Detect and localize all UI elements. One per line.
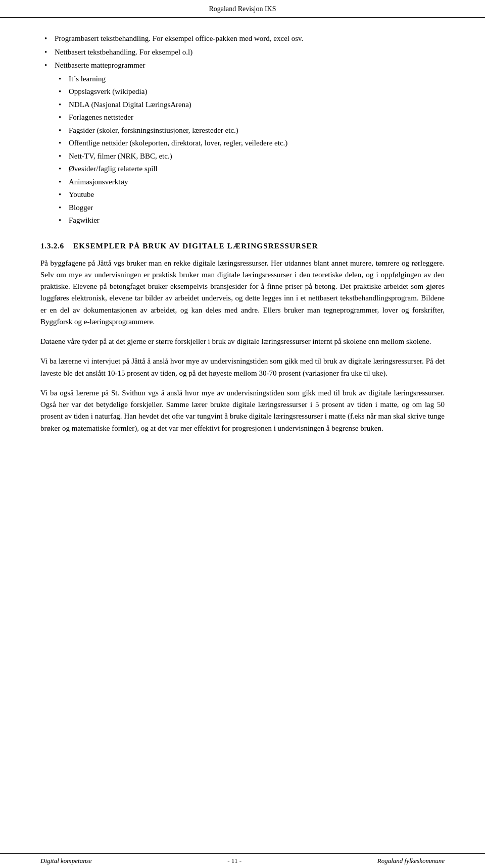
- main-bullet-list: Programbasert tekstbehandling. For eksem…: [40, 33, 445, 226]
- list-item: Nett-TV, filmer (NRK, BBC, etc.): [55, 150, 445, 162]
- section-heading: 1.3.2.6 Eksempler på bruk av digitale læ…: [40, 240, 445, 251]
- list-item-text: Fagsider (skoler, forskningsinstiusjoner…: [69, 126, 238, 134]
- list-item: Øvesider/faglig relaterte spill: [55, 163, 445, 175]
- list-item-text: It´s learning: [69, 75, 106, 83]
- list-item: Oppslagsverk (wikipedia): [55, 86, 445, 97]
- list-item: Programbasert tekstbehandling. For eksem…: [40, 33, 445, 44]
- list-item: Offentlige nettsider (skoleporten, direk…: [55, 137, 445, 149]
- list-item-text: Nettbasert tekstbehandling. For eksempel…: [55, 48, 192, 56]
- page-content: Programbasert tekstbehandling. For eksem…: [0, 18, 485, 483]
- list-item-text: Forlagenes nettsteder: [69, 113, 133, 121]
- list-item-text: Øvesider/faglig relaterte spill: [69, 165, 158, 173]
- section-number: 1.3.2.6: [40, 241, 64, 250]
- list-item-text: Nett-TV, filmer (NRK, BBC, etc.): [69, 152, 172, 160]
- list-item-text: NDLA (Nasjonal Digital LæringsArena): [69, 100, 191, 109]
- list-item: Blogger: [55, 202, 445, 214]
- sub-bullet-list: It´s learning Oppslagsverk (wikipedia) N…: [55, 73, 445, 226]
- list-item: Animasjonsverktøy: [55, 176, 445, 188]
- list-item-text: Oppslagsverk (wikipedia): [69, 87, 147, 95]
- paragraph-3: Vi ba lærerne vi intervjuet på Jåttå å a…: [40, 355, 445, 379]
- list-item-text: Youtube: [69, 190, 94, 198]
- footer-center: - 11 -: [227, 857, 241, 865]
- paragraph-4: Vi ba også lærerne på St. Svithun vgs å …: [40, 387, 445, 434]
- list-item: Fagsider (skoler, forskningsinstiusjoner…: [55, 125, 445, 136]
- paragraph-1: På byggfagene på Jåttå vgs bruker man en…: [40, 258, 445, 328]
- list-item-text: Programbasert tekstbehandling. For eksem…: [55, 34, 303, 42]
- list-item-text: Offentlige nettsider (skoleporten, direk…: [69, 139, 287, 147]
- list-item: Fagwikier: [55, 215, 445, 226]
- list-item: Nettbaserte matteprogrammer It´s learnin…: [40, 60, 445, 226]
- section-title: Eksempler på bruk av digitale læringsres…: [73, 242, 318, 250]
- page-header: Rogaland Revisjon IKS: [0, 0, 485, 18]
- header-title: Rogaland Revisjon IKS: [209, 5, 276, 13]
- footer-left: Digital kompetanse: [40, 857, 91, 865]
- list-item-text: Animasjonsverktøy: [69, 178, 128, 186]
- paragraph-2: Dataene våre tyder på at det gjerne er s…: [40, 336, 445, 347]
- list-item: Nettbasert tekstbehandling. For eksempel…: [40, 46, 445, 58]
- list-item: It´s learning: [55, 73, 445, 85]
- page-footer: Digital kompetanse - 11 - Rogaland fylke…: [0, 853, 485, 868]
- list-item-text: Fagwikier: [69, 216, 100, 224]
- list-item-text: Blogger: [69, 203, 93, 212]
- list-item: Forlagenes nettsteder: [55, 112, 445, 123]
- list-item: NDLA (Nasjonal Digital LæringsArena): [55, 99, 445, 111]
- footer-right: Rogaland fylkeskommune: [377, 857, 445, 865]
- list-item-text: Nettbaserte matteprogrammer: [55, 61, 146, 69]
- list-item: Youtube: [55, 189, 445, 200]
